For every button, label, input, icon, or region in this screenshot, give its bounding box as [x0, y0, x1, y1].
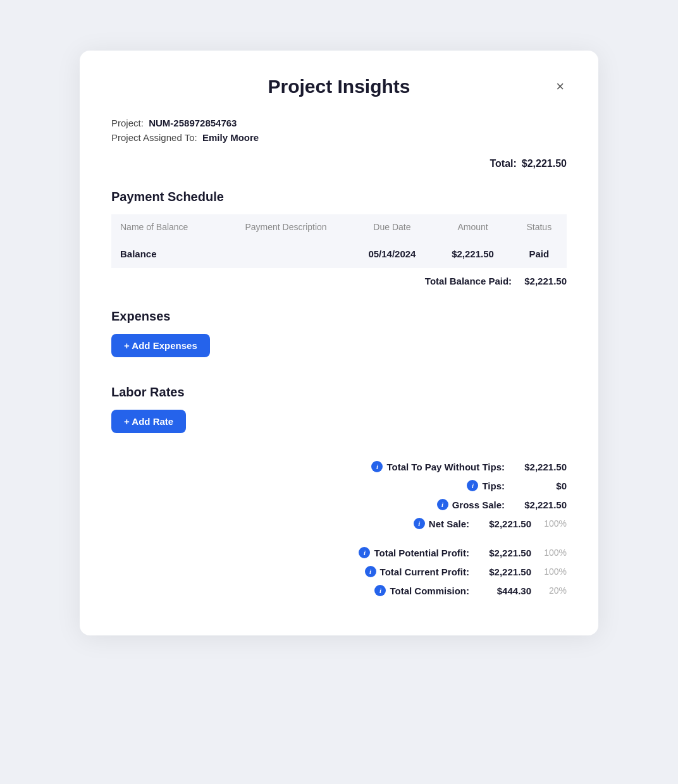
col-description: Payment Description [222, 214, 350, 240]
cell-amount: $2,221.50 [434, 240, 511, 268]
payment-schedule-title: Payment Schedule [111, 190, 567, 204]
info-icon: i [414, 518, 425, 529]
info-icon: i [359, 547, 370, 558]
col-name: Name of Balance [111, 214, 222, 240]
summary-row: i Gross Sale: $2,221.50 [111, 499, 567, 510]
total-balance-row: Total Balance Paid: $2,221.50 [111, 276, 567, 286]
info-icon: i [437, 499, 448, 510]
summary-label: i Total Commision: [374, 585, 469, 596]
project-label: Project: [111, 118, 144, 128]
summary-percent: 100% [536, 567, 567, 577]
summary-row: i Tips: $0 [111, 480, 567, 491]
payment-table-header: Name of Balance Payment Description Due … [111, 214, 567, 240]
cell-description [222, 240, 350, 268]
close-button[interactable]: × [553, 77, 567, 96]
total-balance-value: $2,221.50 [524, 276, 567, 286]
modal-header: Project Insights × [111, 76, 567, 97]
summary-label: i Gross Sale: [437, 499, 505, 510]
project-assigned-row: Project Assigned To: Emily Moore [111, 132, 567, 143]
expenses-title: Expenses [111, 309, 567, 324]
summary-value: $2,221.50 [474, 548, 531, 558]
project-insights-modal: Project Insights × Project: NUM-25897285… [80, 51, 598, 635]
col-status: Status [512, 214, 567, 240]
total-value: $2,221.50 [522, 158, 567, 169]
summary-value: $444.30 [474, 585, 531, 596]
info-icon: i [365, 566, 376, 577]
summary-label: i Net Sale: [414, 518, 469, 529]
project-assigned-name: Emily Moore [202, 132, 259, 143]
col-amount: Amount [434, 214, 511, 240]
labor-rates-section: Labor Rates + Add Rate [111, 385, 567, 456]
total-row: Total: $2,221.50 [111, 158, 567, 169]
modal-title: Project Insights [268, 76, 410, 97]
summary-percent: 100% [536, 518, 567, 529]
summary-label: i Tips: [467, 480, 505, 491]
info-icon: i [374, 585, 386, 596]
total-label: Total: [490, 158, 516, 169]
summary-row: i Total Commision: $444.30 20% [111, 585, 567, 596]
summary-row: i Total Current Profit: $2,221.50 100% [111, 566, 567, 577]
expenses-section: Expenses + Add Expenses [111, 309, 567, 380]
summary-value: $2,221.50 [510, 462, 567, 472]
payment-table-header-row: Name of Balance Payment Description Due … [111, 214, 567, 240]
summary-label: i Total Current Profit: [365, 566, 469, 577]
project-assigned-label: Project Assigned To: [111, 132, 197, 143]
info-icon: i [371, 461, 383, 472]
payment-table-body: Balance 05/14/2024 $2,221.50 Paid [111, 240, 567, 268]
info-icon: i [467, 480, 478, 491]
summary-label: i Total Potential Profit: [359, 547, 469, 558]
summary-row: i Total Potential Profit: $2,221.50 100% [111, 547, 567, 558]
labor-rates-title: Labor Rates [111, 385, 567, 400]
col-due-date: Due Date [350, 214, 434, 240]
summary-value: $2,221.50 [474, 567, 531, 577]
cell-name: Balance [111, 240, 222, 268]
summary-label: i Total To Pay Without Tips: [371, 461, 505, 472]
add-rate-button[interactable]: + Add Rate [111, 410, 186, 433]
total-balance-label: Total Balance Paid: [425, 276, 512, 286]
summary-percent: 20% [536, 585, 567, 596]
summary-value: $0 [510, 481, 567, 491]
summary-row: i Net Sale: $2,221.50 100% [111, 518, 567, 529]
project-info: Project: NUM-258972854763 Project Assign… [111, 118, 567, 143]
summary-percent: 100% [536, 548, 567, 558]
cell-due-date: 05/14/2024 [350, 240, 434, 268]
summary-section: i Total To Pay Without Tips: $2,221.50 i… [111, 461, 567, 596]
summary-value: $2,221.50 [474, 518, 531, 529]
project-number-row: Project: NUM-258972854763 [111, 118, 567, 128]
summary-value: $2,221.50 [510, 499, 567, 510]
payment-schedule-section: Payment Schedule Name of Balance Payment… [111, 190, 567, 286]
payment-table: Name of Balance Payment Description Due … [111, 214, 567, 268]
summary-row: i Total To Pay Without Tips: $2,221.50 [111, 461, 567, 472]
project-number: NUM-258972854763 [149, 118, 237, 128]
cell-status: Paid [512, 240, 567, 268]
table-row: Balance 05/14/2024 $2,221.50 Paid [111, 240, 567, 268]
add-expenses-button[interactable]: + Add Expenses [111, 334, 210, 357]
